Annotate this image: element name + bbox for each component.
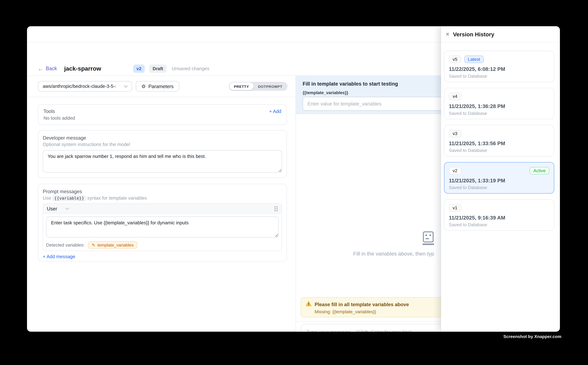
- version-number-badge: v1: [449, 204, 461, 212]
- version-timestamp: 11/21/2025, 1:33:19 PM: [449, 177, 549, 183]
- model-selector-value: aws/anthropic/bedrock-claude-3-5-s...: [43, 84, 116, 89]
- version-item-v3[interactable]: v3 11/21/2025, 1:33:56 PM Saved to Datab…: [444, 125, 554, 156]
- version-timestamp: 11/21/2025, 1:36:28 PM: [449, 103, 549, 109]
- version-history-title: Version History: [453, 31, 494, 37]
- prompt-messages-title: Prompt messages: [43, 189, 282, 194]
- tools-card: Tools + Add No tools added: [38, 104, 287, 125]
- version-timestamp: 11/21/2025, 9:16:39 AM: [449, 215, 549, 221]
- unsaved-changes-text: Unsaved changes: [172, 66, 209, 71]
- version-timestamp: 11/22/2025, 6:08:12 PM: [449, 66, 549, 72]
- tools-card-header: Tools + Add: [44, 108, 281, 114]
- robot-icon: [421, 231, 435, 247]
- version-item-top: v5 Latest: [449, 56, 549, 63]
- version-timestamp: 11/21/2025, 1:33:56 PM: [449, 140, 549, 146]
- version-item-top: v3: [449, 130, 549, 137]
- developer-message-subtitle: Optional system instructions for the mod…: [43, 142, 282, 147]
- back-label: Back: [46, 66, 57, 71]
- version-item-v4[interactable]: v4 11/21/2025, 1:36:28 PM Saved to Datab…: [444, 88, 554, 119]
- back-arrow-icon: ←: [38, 66, 43, 71]
- version-history-header: ✕ Version History: [441, 26, 560, 42]
- warning-icon: [306, 301, 312, 308]
- view-mode-toggle: PRETTY DOTPROMPT: [229, 82, 288, 91]
- template-variable-chip[interactable]: ✎ template_variables: [88, 241, 138, 249]
- developer-message-card: Developer message Optional system instru…: [38, 130, 287, 178]
- add-message-button[interactable]: + Add message: [43, 254, 75, 259]
- gear-icon: ⚙: [141, 84, 146, 89]
- prompt-messages-subtitle: Use {{variable}} syntax for template var…: [43, 196, 282, 201]
- version-status: Saved to Database: [449, 222, 549, 227]
- version-status: Saved to Database: [449, 148, 549, 153]
- parameters-button[interactable]: ⚙ Parameters: [136, 81, 179, 91]
- page-title: jack-sparrow: [64, 65, 101, 72]
- version-item-top: v1: [449, 204, 549, 212]
- back-button[interactable]: ← Back: [38, 66, 57, 71]
- version-status: Saved to Database: [449, 185, 549, 190]
- close-icon[interactable]: ✕: [446, 31, 452, 37]
- add-tool-button[interactable]: + Add: [269, 109, 281, 114]
- prompt-editor-panel: aws/anthropic/bedrock-claude-3-5-s... ⚙ …: [27, 76, 296, 332]
- template-variable-name: template_variables: [97, 243, 134, 247]
- tools-empty-text: No tools added: [44, 116, 281, 121]
- chevron-down-icon[interactable]: [65, 207, 70, 210]
- toggle-dotprompt[interactable]: DOTPROMPT: [254, 83, 287, 90]
- active-badge: Active: [530, 167, 549, 175]
- prompt-messages-card: Prompt messages Use {{variable}} syntax …: [38, 184, 287, 261]
- variable-syntax-chip: {{variable}}: [52, 196, 86, 201]
- warning-title: Please fill in all template variables ab…: [315, 302, 409, 307]
- latest-badge: Latest: [464, 56, 484, 63]
- version-item-top: v4: [449, 93, 549, 100]
- chevron-down-icon: [124, 85, 128, 88]
- developer-message-textarea[interactable]: You are jack sparrow number 1, respond a…: [43, 150, 282, 172]
- version-status: Saved to Database: [449, 74, 549, 79]
- version-item-top: v2 Active: [449, 167, 549, 175]
- version-item-v5[interactable]: v5 Latest 11/22/2025, 6:08:12 PM Saved t…: [444, 51, 554, 82]
- drag-handle-icon[interactable]: [275, 206, 278, 211]
- version-status: Saved to Database: [449, 111, 549, 116]
- screenshot-stage: ← Back jack-sparrow v2 Draft Unsaved cha…: [0, 0, 588, 365]
- message-block: User Enter task specifics. Use {{templat…: [43, 203, 282, 251]
- model-selector[interactable]: aws/anthropic/bedrock-claude-3-5-s...: [38, 81, 132, 91]
- draft-status-badge: Draft: [149, 64, 166, 73]
- version-number-badge: v4: [449, 93, 461, 100]
- tools-title: Tools: [44, 108, 55, 114]
- version-item-v1[interactable]: v1 11/21/2025, 9:16:39 AM Saved to Datab…: [444, 199, 554, 231]
- toggle-pretty[interactable]: PRETTY: [229, 83, 254, 90]
- developer-message-title: Developer message: [43, 135, 282, 141]
- version-number-badge: v3: [449, 130, 461, 137]
- detected-variables-row: Detected variables: ✎ template_variables: [46, 241, 279, 249]
- editor-cards: Tools + Add No tools added Developer mes…: [38, 97, 287, 261]
- version-number-badge: v5: [449, 56, 461, 63]
- subtitle-suffix: syntax for template variables: [87, 196, 147, 201]
- version-badge: v2: [133, 64, 145, 73]
- message-body: Enter task specifics. Use {{template_var…: [43, 214, 282, 251]
- version-item-v2[interactable]: v2 Active 11/21/2025, 1:33:19 PM Saved t…: [444, 162, 554, 194]
- message-role-select[interactable]: User: [47, 206, 57, 211]
- version-number-badge: v2: [449, 167, 461, 175]
- empty-state-caption: Fill in the variables above, then typ: [353, 251, 434, 257]
- version-history-panel: ✕ Version History v5 Latest 11/22/2025, …: [441, 26, 560, 332]
- message-role-header: User: [43, 204, 282, 214]
- version-list: v5 Latest 11/22/2025, 6:08:12 PM Saved t…: [441, 42, 560, 231]
- subtitle-prefix: Use: [43, 196, 51, 201]
- detected-variables-label: Detected variables:: [46, 242, 85, 248]
- message-textarea[interactable]: Enter task specifics. Use {{template_var…: [46, 217, 279, 238]
- editor-toolbar: aws/anthropic/bedrock-claude-3-5-s... ⚙ …: [27, 76, 296, 97]
- xnapper-watermark: Screenshot by Xnapper.com: [503, 334, 561, 339]
- parameters-label: Parameters: [148, 84, 173, 89]
- pencil-icon: ✎: [92, 243, 95, 247]
